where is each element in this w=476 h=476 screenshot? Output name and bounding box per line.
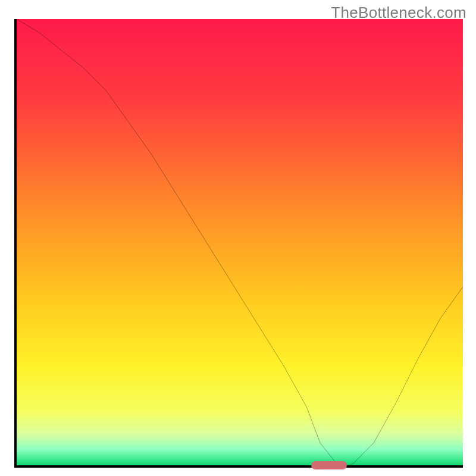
chart-stage: TheBottleneck.com [0, 0, 476, 476]
bottleneck-curve [17, 19, 463, 465]
optimal-marker [311, 461, 347, 469]
plot-area [14, 19, 463, 468]
